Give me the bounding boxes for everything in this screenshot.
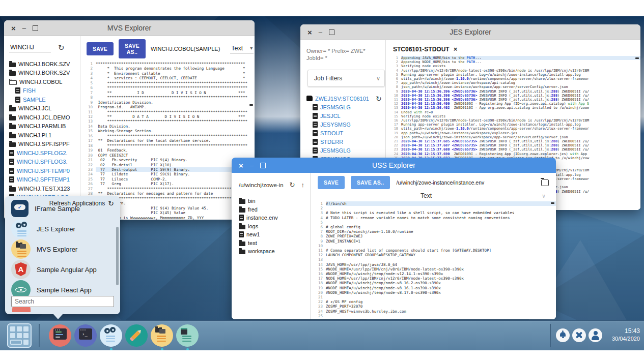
folder-icon [9, 63, 16, 67]
refresh-icon[interactable]: ↻ [290, 181, 295, 189]
code-line: 14JAVA_HOME=/usr/lpp/java/J8.0_64 [311, 262, 556, 267]
code-line: 8 **************************************… [80, 95, 255, 100]
tree-item[interactable]: JESMSGLG [306, 146, 385, 155]
tree-item[interactable]: WINCHJ.COBOL [9, 77, 80, 86]
close-icon[interactable]: × [11, 25, 16, 32]
close-tab-icon[interactable]: × [454, 45, 458, 53]
code-line: 25 [311, 314, 556, 318]
refresh-icon[interactable]: ↻ [376, 95, 382, 103]
code-line: 2 [311, 206, 556, 210]
job-filters-dropdown[interactable]: Job Filters ∨ [307, 70, 385, 87]
tree-item[interactable]: WINCHJ.TEST.X123 [9, 184, 80, 193]
code-line: 102020-04-30 12:15:36.398 <ZWED:65736> Z… [386, 94, 640, 98]
tree-item[interactable]: WINCHJ.SPFLOG2. [9, 148, 80, 158]
syntax-mode-select[interactable]: Text ▾ [230, 45, 254, 53]
tree-item[interactable]: WINCHJ.JCL [9, 104, 80, 113]
user-account-icon[interactable] [589, 328, 602, 342]
tree-item[interactable]: WINCHJ.SPFLOG3. [9, 158, 80, 167]
uss-path-input[interactable]: /u/winchj/zowe-in [239, 182, 284, 188]
uss-code-editor[interactable]: 1#!/bin/sh23# Note this script is execut… [311, 201, 556, 319]
tree-item-label: new1 [246, 231, 260, 237]
refresh-icon: ↻ [108, 199, 114, 207]
tree-item[interactable]: FISH [9, 86, 80, 96]
tree-item[interactable]: new1 [239, 230, 310, 239]
minimize-icon[interactable]: – [250, 162, 254, 169]
syntax-mode-select[interactable]: Text [311, 192, 542, 199]
code-line: 9ZOWE_INSTANCE=1 [311, 239, 556, 244]
minimize-icon[interactable]: – [22, 25, 26, 32]
tree-item[interactable]: test [239, 239, 310, 248]
app-item-mvs-explorer[interactable]: MVS Explorer [11, 239, 77, 259]
tree-item[interactable]: WINCHJ.SPF.ISPPF [9, 140, 80, 149]
tree-item[interactable]: logs [239, 222, 310, 231]
overview-ruler-mark[interactable] [551, 202, 554, 204]
open-file-name: WINCHJ.COBOL(SAMPLE) [151, 46, 220, 52]
tree-item-label: logs [248, 223, 258, 229]
tree-item[interactable]: JESYSMSG [306, 120, 385, 129]
syntax-mode-value: Text [231, 45, 243, 52]
taskbar-app-vt-terminal[interactable]: ›_ [74, 324, 97, 347]
taskbar-app-editor[interactable] [125, 324, 148, 347]
vt-terminal-icon: ›_ [74, 324, 97, 347]
tree-item[interactable]: ZWEJ1SV:STC06101↻ [306, 94, 385, 103]
code-line: 17Running app-server plugin installer. L… [386, 123, 640, 127]
open-in-window-icon[interactable] [541, 179, 549, 186]
tree-item-label: WINCHJ.SPF.ISPPF [18, 141, 70, 147]
tree-item[interactable]: JESJCL [306, 111, 385, 120]
notifications-bell-icon[interactable] [556, 328, 570, 342]
app-item-jes-explorer[interactable]: JES Explorer [11, 219, 75, 239]
overview-ruler-mark[interactable] [249, 104, 253, 106]
tree-item[interactable]: WINCHJ.BORK.SZV [9, 59, 80, 69]
save-as-button[interactable]: SAVE AS.. [351, 176, 390, 189]
tree-item[interactable]: WINCHJ.PARMLIB [9, 122, 80, 131]
tree-item[interactable]: SAMPLE [9, 95, 80, 104]
maximize-icon[interactable] [33, 25, 38, 31]
overview-ruler-mark[interactable] [635, 57, 639, 59]
save-as-button[interactable]: SAVE AS.. [119, 39, 146, 58]
launcher-scrollbar[interactable] [116, 227, 119, 285]
maximize-icon[interactable] [329, 29, 334, 35]
taskbar-app-uss-explorer[interactable] [176, 324, 199, 347]
tree-item[interactable]: WINCHJ.PL1 [9, 131, 80, 140]
tree-item[interactable]: WINCHJ.SPFTEMP0 [9, 166, 80, 175]
maximize-icon[interactable] [260, 163, 266, 168]
tree-item[interactable]: workspace [239, 247, 310, 256]
close-icon[interactable]: × [239, 162, 243, 169]
tree-item[interactable]: STDOUT [306, 129, 385, 137]
tree-item-label: WINCHJ.SPFLOG2. [17, 150, 68, 156]
tab-stdout[interactable]: STC06101-STDOUT × [393, 45, 457, 53]
taskbar-app-tn3270-terminal[interactable] [49, 324, 71, 347]
tree-item[interactable]: instance.env [239, 214, 310, 222]
tree-item[interactable]: WINCHJ.SPFTEMP1 [9, 175, 80, 185]
tree-item[interactable]: bin [239, 197, 310, 205]
refresh-icon[interactable]: ↻ [58, 43, 65, 52]
tree-item-label: WINCHJ.SPFTEMP1 [17, 176, 70, 183]
search-input[interactable] [11, 296, 114, 307]
tree-item[interactable]: WINCHJ.BORK.SZV [9, 69, 80, 78]
uss-titlebar[interactable]: USS Explorer × – [232, 158, 556, 173]
app-item-iframe-sample[interactable]: ✓IFrame Sample [11, 198, 80, 219]
close-icon[interactable]: × [307, 29, 312, 36]
app-launcher-panel: Refresh Applications ↻ ✓IFrame SampleJES… [5, 196, 120, 314]
taskbar-app-mvs-explorer[interactable] [151, 324, 173, 347]
app-launcher-button[interactable] [7, 323, 32, 348]
tree-item-label: WINCHJ.SPFLOG3. [17, 159, 68, 165]
code-line: 19#NODE_HOME=/u/winchj/temp/node-v8.16.1… [311, 286, 556, 290]
tree-item[interactable]: STDERR [306, 137, 385, 146]
save-button[interactable]: SAVE [87, 42, 114, 55]
mvs-titlebar[interactable]: MVS Explorer × – [4, 20, 255, 36]
tree-item-label: WINCHJ.PARMLIB [18, 123, 66, 129]
dataset-filter-input[interactable] [9, 43, 51, 52]
tree-item[interactable]: fred [239, 205, 310, 214]
up-directory-icon[interactable]: ↑ [301, 181, 304, 189]
taskbar-app-jes-explorer[interactable] [100, 324, 122, 347]
save-button[interactable]: SAVE [318, 176, 345, 189]
minimize-icon[interactable]: – [319, 29, 322, 36]
jes-titlebar[interactable]: JES Explorer × – [300, 24, 640, 40]
uss-window-title: USS Explorer [232, 161, 556, 169]
tree-item[interactable]: WINCHJ.JCL.DEMO [9, 113, 80, 122]
app-item-sample-angular-app[interactable]: ASample Angular App [11, 259, 97, 280]
settings-tools-icon[interactable] [572, 328, 586, 342]
tree-item-label: SAMPLE [23, 97, 46, 103]
tree-item[interactable]: JESMSGLG [306, 103, 385, 111]
